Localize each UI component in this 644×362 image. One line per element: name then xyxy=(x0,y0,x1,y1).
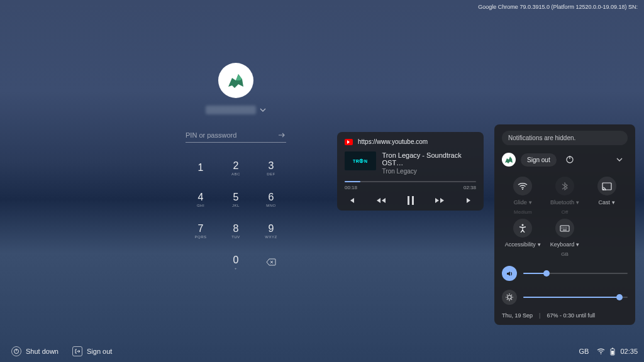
avatar-dragon-icon xyxy=(223,68,248,93)
media-title: Tron Legacy - Soundtrack OST… xyxy=(382,151,476,167)
tile-cast[interactable]: Cast▾ xyxy=(586,177,628,215)
caret-icon: ▾ xyxy=(576,199,579,206)
tray-kb-layout: GB xyxy=(576,346,592,356)
cast-icon xyxy=(597,177,616,195)
tray-time: 02:35 xyxy=(620,348,638,355)
tile-bluetooth[interactable]: Bluetooth▾ Off xyxy=(544,177,586,215)
key-3[interactable]: 3DEF xyxy=(255,154,287,182)
signout-button[interactable]: Sign out xyxy=(67,343,117,360)
volume-icon[interactable] xyxy=(502,266,517,281)
volume-slider[interactable] xyxy=(523,273,628,274)
svg-point-6 xyxy=(602,189,603,190)
pin-field[interactable] xyxy=(186,128,286,143)
key-2[interactable]: 2ABC xyxy=(220,154,252,182)
wifi-icon xyxy=(513,177,532,195)
key-0[interactable]: 0+ xyxy=(220,248,252,276)
svg-point-4 xyxy=(522,189,523,190)
svg-point-9 xyxy=(508,295,511,299)
media-thumbnail: TR⦿N xyxy=(345,151,376,170)
key-empty xyxy=(185,248,216,276)
svg-rect-1 xyxy=(412,196,414,205)
key-5[interactable]: 5JKL xyxy=(220,185,252,213)
media-progress[interactable] xyxy=(345,181,476,182)
collapse-chevron-icon[interactable] xyxy=(611,151,628,168)
qs-battery: 67% - 0:30 until full xyxy=(547,312,595,319)
media-elapsed: 00:18 xyxy=(345,185,357,190)
qs-date: Thu, 19 Sep xyxy=(502,312,533,319)
key-9[interactable]: 9WXYZ xyxy=(255,217,287,244)
pin-keypad: 1 2ABC 3DEF 4GHI 5JKL 6MNO 7PQRS 8TUV 9W… xyxy=(185,154,287,276)
tile-accessibility[interactable]: Accessibility▾ xyxy=(502,219,544,257)
shutdown-button[interactable]: Shut down xyxy=(6,343,64,360)
caret-icon: ▾ xyxy=(576,241,579,248)
media-source: https://www.youtube.com xyxy=(345,138,476,145)
pause-icon[interactable] xyxy=(406,195,415,206)
forward-icon[interactable] xyxy=(434,196,445,205)
keyboard-icon xyxy=(555,219,574,238)
chevron-down-icon xyxy=(260,107,266,113)
svg-rect-14 xyxy=(612,348,613,349)
brightness-slider[interactable] xyxy=(523,297,628,298)
svg-point-7 xyxy=(522,224,524,226)
backspace-icon xyxy=(266,258,276,266)
qs-avatar[interactable] xyxy=(502,153,516,167)
youtube-icon xyxy=(345,139,353,145)
caret-icon: ▾ xyxy=(538,241,541,248)
next-track-icon[interactable] xyxy=(465,196,474,205)
media-total: 02:38 xyxy=(464,185,476,190)
tray-wifi-icon xyxy=(597,348,605,354)
system-tray[interactable]: GB 02:35 xyxy=(576,346,638,356)
media-artist: Tron Legacy xyxy=(382,168,476,175)
svg-rect-15 xyxy=(611,351,614,354)
bluetooth-icon xyxy=(555,177,574,195)
rewind-icon[interactable] xyxy=(375,196,387,205)
submit-arrow-icon[interactable] xyxy=(277,131,286,140)
avatar-dragon-icon xyxy=(504,155,514,165)
pin-input[interactable] xyxy=(186,131,267,139)
username-redacted xyxy=(206,106,256,114)
key-backspace[interactable] xyxy=(255,248,287,276)
caret-icon: ▾ xyxy=(529,199,532,206)
signout-icon xyxy=(72,346,82,356)
build-info: Google Chrome 79.0.3915.0 (Platform 1252… xyxy=(478,4,638,10)
caret-icon: ▾ xyxy=(612,199,615,206)
key-6[interactable]: 6MNO xyxy=(255,185,287,213)
lock-power-icon[interactable] xyxy=(562,151,578,168)
media-source-url: https://www.youtube.com xyxy=(358,138,428,145)
key-7[interactable]: 7PQRS xyxy=(185,217,216,244)
key-1[interactable]: 1 xyxy=(185,154,216,182)
username-row[interactable] xyxy=(206,106,266,114)
tile-keyboard[interactable]: Keyboard▾ GB xyxy=(544,219,586,257)
volume-row xyxy=(502,266,628,281)
qs-signout-button[interactable]: Sign out xyxy=(521,153,557,167)
qs-tiles: Glide▾ Medium Bluetooth▾ Off Cast▾ Acces… xyxy=(502,177,628,257)
qs-footer: Thu, 19 Sep | 67% - 0:30 until full xyxy=(502,312,628,319)
key-8[interactable]: 8TUV xyxy=(220,217,252,244)
media-card: https://www.youtube.com TR⦿N Tron Legacy… xyxy=(337,132,484,211)
brightness-icon[interactable] xyxy=(502,290,517,305)
prev-track-icon[interactable] xyxy=(347,196,356,205)
tray-battery-icon xyxy=(610,348,615,356)
login-panel: 1 2ABC 3DEF 4GHI 5JKL 6MNO 7PQRS 8TUV 9W… xyxy=(182,63,289,276)
brightness-row xyxy=(502,290,628,305)
shelf: Shut down Sign out GB 02:35 xyxy=(0,341,644,362)
power-icon xyxy=(11,346,21,356)
notifications-banner[interactable]: Notifications are hidden. xyxy=(502,131,628,145)
key-4[interactable]: 4GHI xyxy=(185,185,216,213)
svg-rect-0 xyxy=(408,196,409,205)
svg-point-12 xyxy=(601,353,602,354)
user-avatar[interactable] xyxy=(218,63,253,98)
tile-wifi[interactable]: Glide▾ Medium xyxy=(502,177,544,215)
svg-rect-5 xyxy=(602,183,611,190)
quick-settings-panel: Notifications are hidden. Sign out Glide… xyxy=(494,124,635,325)
accessibility-icon xyxy=(513,219,532,238)
